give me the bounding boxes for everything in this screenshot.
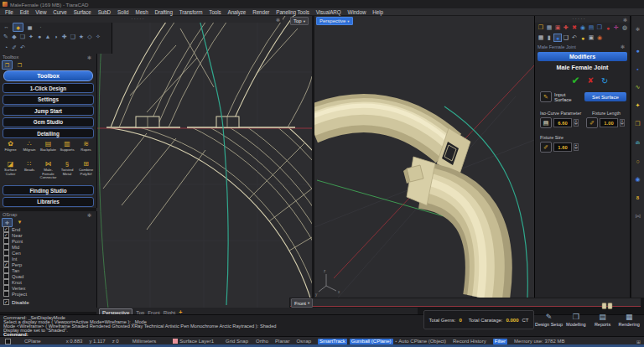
osnap-cen[interactable]: Cen: [0, 250, 96, 256]
front-viewport-label[interactable]: Front▾: [291, 298, 313, 308]
grid-icon[interactable]: ▦: [537, 34, 545, 42]
drag-grip[interactable]: ·····: [535, 18, 623, 21]
units-button[interactable]: Millimeters: [132, 339, 157, 344]
undo-icon[interactable]: ↶: [570, 34, 579, 42]
iso-curve-parameter-value[interactable]: 6.60: [553, 118, 572, 127]
save-icon[interactable]: ▦: [545, 23, 553, 32]
checkbox[interactable]: [3, 291, 9, 297]
menu-mesh[interactable]: Mesh: [136, 9, 148, 15]
menu-transform[interactable]: Transform: [179, 9, 203, 15]
chevron-down-icon[interactable]: ▾: [347, 19, 349, 23]
wire-globe-icon[interactable]: ◍: [621, 23, 629, 32]
pen-icon[interactable]: ❏: [18, 32, 27, 41]
checkbox[interactable]: [3, 279, 9, 285]
gear-icon[interactable]: ✻: [87, 212, 91, 218]
menu-paneling-tools[interactable]: Paneling Tools: [276, 9, 309, 15]
checkbox[interactable]: [3, 244, 9, 250]
dot-tab-icon[interactable]: ·: [36, 23, 45, 31]
yellow-sphere-icon[interactable]: ●: [579, 34, 587, 42]
menu-drafting[interactable]: Drafting: [155, 9, 173, 15]
iso-curve-icon[interactable]: ▤: [540, 117, 552, 128]
osnap-point[interactable]: Point: [0, 238, 96, 244]
status-checkbox[interactable]: [5, 339, 11, 344]
modelling-button[interactable]: ❒ Modelling: [563, 308, 589, 330]
top-viewport[interactable]: [96, 16, 312, 308]
bowtie-icon[interactable]: ⋈: [635, 207, 641, 225]
gear-icon[interactable]: ✻: [636, 16, 640, 41]
toolbox-tab-icon[interactable]: ❒: [2, 60, 13, 70]
osnap-mid[interactable]: Mid: [0, 244, 96, 250]
menu-solid[interactable]: Solid: [117, 9, 129, 15]
osnap-toggle[interactable]: Osnap: [296, 339, 311, 344]
osnap-vertex[interactable]: Vertex: [0, 285, 96, 291]
libraries-button[interactable]: Libraries: [3, 197, 94, 207]
current-layer-button[interactable]: Surface Layer1: [179, 339, 214, 344]
planar-toggle[interactable]: Planar: [275, 339, 289, 344]
layer-color-swatch[interactable]: [173, 339, 178, 344]
design-setup-button[interactable]: ✎ Design Setup: [535, 308, 563, 330]
blue-folder-icon[interactable]: ❒: [595, 23, 604, 32]
auto-cplane-toggle[interactable]: Auto CPlane (Object): [398, 339, 446, 344]
checkbox[interactable]: [3, 273, 9, 279]
plane-icon[interactable]: ✧: [94, 32, 102, 41]
menu-edit[interactable]: Edit: [20, 9, 29, 15]
notebook-icon[interactable]: ▤: [587, 23, 595, 32]
finding-studio-button[interactable]: Finding Studio: [3, 185, 94, 195]
checkbox[interactable]: [3, 267, 9, 273]
panel-toggle-icon[interactable]: ⊞: [636, 339, 641, 344]
extrude-icon[interactable]: ◗: [52, 32, 60, 41]
fixture-size-value[interactable]: 1.60: [553, 142, 572, 152]
gear-icon[interactable]: ✻: [623, 17, 627, 23]
drag-grip[interactable]: ·····: [0, 18, 276, 21]
offset-icon[interactable]: ◇: [86, 32, 94, 41]
tool-milgrain[interactable]: ∴Milgrain: [21, 139, 39, 158]
osnap-perp[interactable]: Perp: [0, 262, 96, 267]
gem8-icon[interactable]: 8: [636, 189, 639, 207]
display-icon[interactable]: ▣: [553, 23, 562, 32]
gear-icon[interactable]: ✻: [621, 44, 625, 49]
smarttrack-toggle[interactable]: SmartTrack: [318, 339, 347, 344]
menu-view[interactable]: View: [35, 9, 46, 15]
globe-icon[interactable]: ◉: [579, 23, 587, 32]
gear-icon[interactable]: ✻: [87, 54, 91, 60]
blue-sphere-icon[interactable]: ●: [553, 34, 562, 42]
filter-funnel-icon[interactable]: ▼: [15, 219, 24, 226]
loft-icon[interactable]: ●: [35, 32, 44, 41]
osnap-quad[interactable]: Quad: [0, 273, 96, 279]
sweep-icon[interactable]: ✦: [27, 32, 35, 41]
checkbox[interactable]: [3, 299, 9, 305]
brush-icon[interactable]: ✎: [2, 32, 10, 41]
tool-twisted-metal[interactable]: §Twisted Metal: [59, 159, 76, 183]
checkbox[interactable]: [3, 250, 9, 256]
gumball-toggle[interactable]: Gumball (CPlane): [350, 339, 393, 344]
modifiers-header[interactable]: Modifiers: [538, 52, 627, 61]
tool-supports[interactable]: ▥Supports: [59, 139, 76, 158]
move-icon[interactable]: ✚: [562, 23, 570, 32]
chevron-down-icon[interactable]: ▾: [308, 301, 309, 305]
ring-icon[interactable]: ○: [636, 152, 639, 170]
checkbox[interactable]: [3, 232, 9, 238]
red-sphere-icon[interactable]: ●: [604, 23, 612, 32]
fixture-size-icon[interactable]: ✐: [540, 142, 552, 153]
menu-curve[interactable]: Curve: [53, 9, 66, 15]
tool-beads[interactable]: ∷Beads: [21, 159, 39, 183]
grid-snap-toggle[interactable]: Grid Snap: [226, 339, 248, 344]
menu-window[interactable]: Window: [348, 9, 366, 15]
selection-icon[interactable]: ❑: [562, 34, 570, 42]
fixture-length-icon[interactable]: ✐: [586, 117, 598, 128]
refresh-icon[interactable]: ↻: [601, 76, 608, 85]
cancel-icon[interactable]: ✘: [588, 76, 595, 85]
reports-button[interactable]: ▤ Reports: [589, 308, 616, 330]
rendering-button[interactable]: ▦ Rendering: [615, 308, 642, 330]
delete-icon[interactable]: ✖: [570, 23, 579, 32]
wave-icon[interactable]: ∿: [636, 78, 641, 96]
bulb-icon[interactable]: ✦: [636, 96, 641, 115]
menu-render[interactable]: Render: [252, 9, 269, 15]
folder-icon[interactable]: ❒: [635, 115, 640, 133]
menu-subd[interactable]: SubD: [98, 9, 111, 15]
cplane-button[interactable]: CPlane: [24, 339, 41, 344]
menu-tools[interactable]: Tools: [209, 9, 221, 15]
tool-backplate[interactable]: ▤Backplate: [39, 139, 57, 158]
ortho-toggle[interactable]: Ortho: [256, 339, 268, 344]
fixture-length-spinner[interactable]: ▴▾: [620, 119, 625, 127]
